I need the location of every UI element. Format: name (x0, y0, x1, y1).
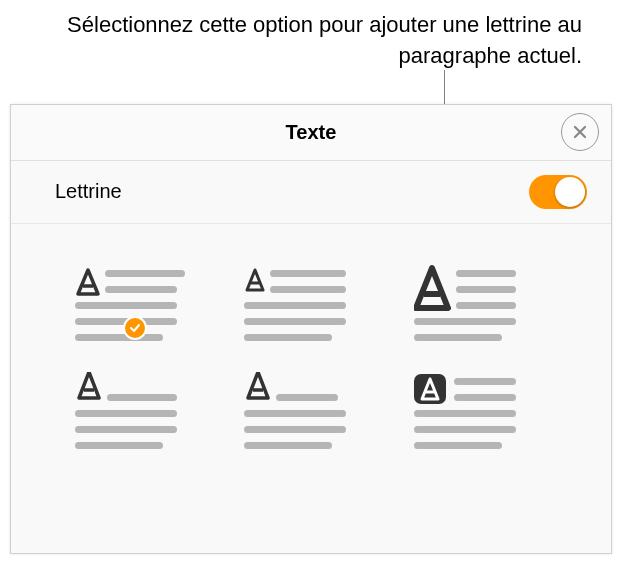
lettrine-label: Lettrine (55, 180, 122, 203)
svg-rect-6 (270, 286, 346, 293)
lettrine-setting-row: Lettrine (11, 161, 611, 224)
dropcap-style-4-icon (75, 372, 185, 450)
check-icon (129, 322, 141, 334)
panel-header: Texte (11, 105, 611, 161)
lettrine-toggle[interactable] (529, 175, 587, 209)
dropcap-option-3[interactable] (414, 264, 563, 342)
annotation-text: Sélectionnez cette option pour ajouter u… (0, 0, 622, 82)
svg-rect-20 (244, 410, 346, 417)
svg-rect-2 (75, 302, 177, 309)
svg-rect-7 (244, 302, 346, 309)
svg-rect-5 (270, 270, 346, 277)
svg-rect-8 (244, 318, 346, 325)
svg-rect-22 (244, 442, 332, 449)
dropcap-option-2[interactable] (244, 264, 393, 342)
svg-rect-25 (454, 394, 516, 401)
svg-rect-12 (456, 302, 516, 309)
svg-rect-24 (454, 378, 516, 385)
svg-rect-10 (456, 270, 516, 277)
svg-rect-15 (107, 394, 177, 401)
dropcap-style-2-icon (244, 264, 354, 342)
svg-rect-19 (276, 394, 338, 401)
svg-rect-26 (414, 410, 516, 417)
close-button[interactable] (561, 113, 599, 151)
selected-checkmark (123, 316, 147, 340)
close-icon (572, 124, 588, 140)
text-panel: Texte Lettrine (10, 104, 612, 554)
svg-rect-14 (414, 334, 502, 341)
svg-rect-28 (414, 442, 502, 449)
svg-rect-4 (75, 334, 163, 341)
panel-content: Lettrine (11, 161, 611, 480)
svg-rect-27 (414, 426, 516, 433)
svg-rect-9 (244, 334, 332, 341)
dropcap-style-3-icon (414, 264, 524, 342)
dropcap-style-5-icon (244, 372, 354, 450)
svg-rect-18 (75, 442, 163, 449)
svg-rect-1 (105, 286, 177, 293)
svg-rect-13 (414, 318, 516, 325)
dropcap-options-grid (11, 224, 611, 480)
dropcap-option-6[interactable] (414, 372, 563, 450)
dropcap-style-6-icon (414, 372, 524, 450)
svg-rect-0 (105, 270, 185, 277)
toggle-knob (555, 177, 585, 207)
svg-rect-17 (75, 426, 177, 433)
dropcap-option-4[interactable] (75, 372, 224, 450)
dropcap-option-5[interactable] (244, 372, 393, 450)
svg-rect-11 (456, 286, 516, 293)
panel-title: Texte (286, 121, 337, 144)
dropcap-option-1[interactable] (75, 264, 224, 342)
svg-rect-21 (244, 426, 346, 433)
svg-rect-16 (75, 410, 177, 417)
